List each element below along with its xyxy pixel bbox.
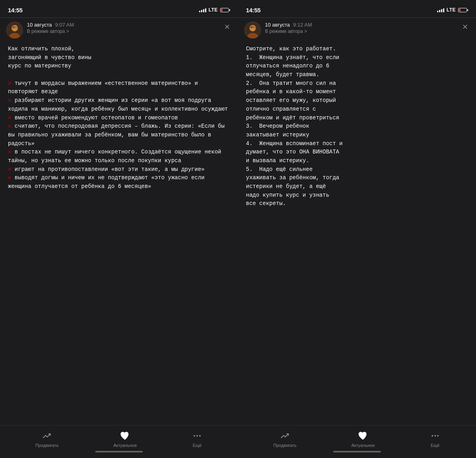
home-indicator-left (0, 448, 238, 455)
more-action-left[interactable]: Ещё (192, 430, 203, 448)
post-meta-right: 10 августа 9:12 AM В режиме автора > (265, 22, 457, 34)
svg-point-6 (199, 435, 201, 437)
bottom-actions-right: Продвигать Актуальное (238, 430, 476, 448)
heart-icon-right (357, 430, 369, 441)
post-mode-right[interactable]: В режиме автора > (265, 29, 457, 34)
post-date-left: 10 августа (27, 22, 52, 28)
svg-point-4 (194, 435, 195, 437)
status-time-right: 14:55 (246, 7, 261, 13)
highlights-label-right: Актуальное (351, 443, 375, 448)
promote-action-right[interactable]: Продвигать (273, 430, 297, 448)
phones-container: 14:55 LTE (0, 0, 476, 458)
lte-label-left: LTE (209, 7, 218, 13)
battery-icon-left (220, 8, 230, 12)
signal-icon-left (199, 8, 206, 12)
highlights-action-right[interactable]: Актуальное (351, 430, 375, 448)
more-action-right[interactable]: Ещё (430, 430, 441, 448)
phone-left: 14:55 LTE (0, 0, 238, 458)
more-label-left: Ещё (193, 443, 202, 448)
post-time-left: 9:07 AM (55, 22, 74, 28)
bottom-bar-left: Продвигать Актуальное (0, 425, 238, 458)
avatar-left (6, 22, 23, 38)
svg-point-5 (196, 435, 198, 437)
battery-icon-right (458, 8, 468, 12)
phone-right: 14:55 LTE (238, 0, 476, 458)
post-title-left: Как отличить плохой, загоняющий в чувств… (8, 46, 91, 69)
post-mode-left[interactable]: В режиме автора > (27, 29, 219, 34)
post-header-left: 10 августа 9:07 AM В режиме автора > ✕ (0, 18, 238, 42)
close-button-left[interactable]: ✕ (223, 22, 232, 32)
highlights-label-left: Актуальное (113, 443, 137, 448)
svg-point-12 (434, 435, 436, 437)
more-icon-left (192, 430, 203, 441)
avatar-right (244, 22, 261, 38)
promote-action-left[interactable]: Продвигать (35, 430, 59, 448)
status-icons-left: LTE (199, 7, 230, 13)
status-time-left: 14:55 (8, 7, 23, 13)
promote-label-right: Продвигать (273, 443, 297, 448)
post-date-right: 10 августа (265, 22, 290, 28)
heart-icon-left (119, 430, 131, 441)
post-time-right: 9:12 AM (293, 22, 312, 28)
more-icon-right (430, 430, 441, 441)
post-header-right: 10 августа 9:12 AM В режиме автора > ✕ (238, 18, 476, 42)
more-label-right: Ещё (431, 443, 440, 448)
post-date-time-left: 10 августа 9:07 AM (27, 22, 219, 28)
promote-icon-right (279, 430, 290, 441)
signal-icon-right (437, 8, 444, 12)
bottom-bar-right: Продвигать Актуальное (238, 425, 476, 458)
promote-icon-left (41, 430, 52, 441)
post-content-left: Как отличить плохой, загоняющий в чувств… (0, 42, 238, 425)
status-icons-right: LTE (437, 7, 468, 13)
bottom-actions-left: Продвигать Актуальное (0, 430, 238, 448)
post-date-time-right: 10 августа 9:12 AM (265, 22, 457, 28)
svg-point-13 (437, 435, 439, 437)
lte-label-right: LTE (447, 7, 456, 13)
home-indicator-right (238, 448, 476, 455)
close-button-right[interactable]: ✕ (461, 22, 470, 32)
status-bar-left: 14:55 LTE (0, 0, 238, 17)
promote-label-left: Продвигать (35, 443, 59, 448)
post-text-left: Как отличить плохой, загоняющий в чувств… (8, 45, 230, 191)
post-meta-left: 10 августа 9:07 AM В режиме автора > (27, 22, 219, 34)
svg-point-11 (432, 435, 433, 437)
status-bar-right: 14:55 LTE (238, 0, 476, 17)
post-text-right: Смотрите, как это работает. 1. Женщина у… (246, 45, 468, 208)
highlights-action-left[interactable]: Актуальное (113, 430, 137, 448)
post-content-right: Смотрите, как это работает. 1. Женщина у… (238, 42, 476, 425)
